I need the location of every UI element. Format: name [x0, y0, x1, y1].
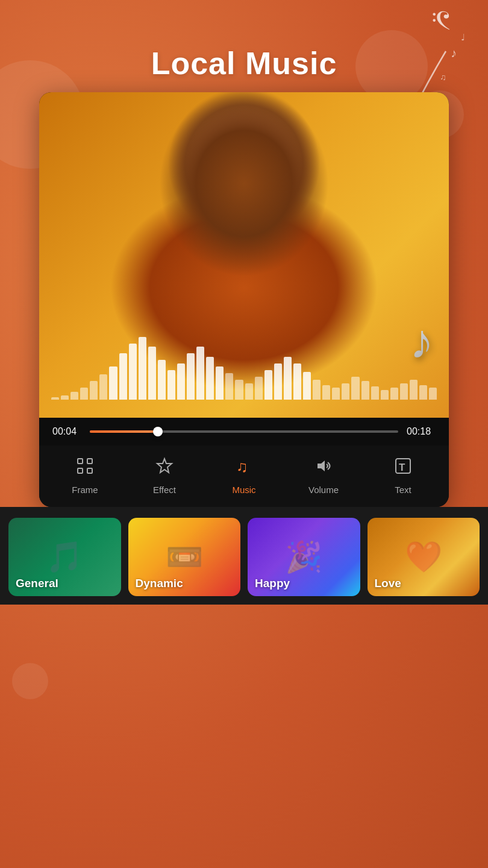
bg-blob-4: [12, 663, 48, 699]
waveform-display: [51, 327, 437, 400]
progress-track[interactable]: [90, 430, 398, 433]
progress-fill: [90, 430, 158, 433]
toolbar: Frame Effect ♫ Music: [39, 445, 449, 507]
wave-bar: [225, 373, 233, 400]
wave-bar: [429, 388, 437, 400]
progress-area[interactable]: 00:04 00:18: [39, 418, 449, 445]
wave-bar: [390, 388, 398, 400]
wave-bar: [410, 380, 418, 400]
effect-icon: [155, 456, 174, 480]
wave-bar: [70, 392, 78, 400]
wave-bar: [119, 353, 127, 400]
tool-volume[interactable]: Volume: [299, 456, 348, 495]
svg-marker-11: [318, 461, 325, 471]
wave-bar: [332, 388, 340, 400]
wave-bar: [206, 357, 214, 400]
category-general[interactable]: 🎵 General: [8, 518, 121, 596]
general-label-wrap: General: [16, 577, 114, 590]
svg-text:T: T: [399, 462, 405, 473]
wave-bar: [371, 386, 379, 400]
svg-rect-6: [87, 459, 92, 464]
wave-bar: [177, 363, 185, 400]
happy-label-wrap: Happy: [255, 577, 353, 590]
svg-rect-8: [87, 468, 92, 473]
wave-bar: [313, 380, 321, 400]
current-time: 00:04: [52, 426, 81, 437]
page-title: Local Music: [0, 0, 488, 81]
wave-bar: [109, 366, 117, 400]
love-label-wrap: Love: [375, 577, 473, 590]
love-label: Love: [375, 577, 401, 590]
category-happy[interactable]: 🎉 Happy: [248, 518, 360, 596]
volume-label: Volume: [308, 485, 339, 495]
wave-bar: [90, 381, 98, 400]
wave-bar: [284, 357, 292, 400]
floating-note-icon: ♪: [410, 314, 434, 370]
wave-bar: [61, 395, 69, 400]
category-dynamic[interactable]: 📼 Dynamic: [128, 518, 241, 596]
music-label: Music: [232, 485, 255, 495]
wave-bar: [351, 377, 359, 400]
text-label: Text: [395, 485, 411, 495]
frame-icon: [75, 456, 95, 480]
svg-marker-9: [157, 459, 172, 473]
svg-rect-5: [78, 459, 83, 464]
wave-bar: [361, 381, 369, 400]
wave-bar: [158, 360, 166, 400]
wave-bar: [400, 383, 408, 400]
wave-bar: [148, 347, 156, 400]
svg-text:♫: ♫: [236, 458, 248, 476]
wave-bar: [264, 370, 272, 400]
volume-icon: [314, 456, 333, 480]
wave-bar: [419, 385, 427, 400]
music-icon: ♫: [234, 456, 254, 480]
tool-music[interactable]: ♫ Music: [220, 456, 268, 495]
wave-bar: [381, 390, 389, 400]
wave-bar: [293, 363, 301, 400]
wave-bar: [51, 397, 59, 400]
text-icon: T: [393, 456, 413, 480]
wave-bar: [167, 370, 175, 400]
effect-label: Effect: [153, 485, 176, 495]
category-row: 🎵 General 📼 Dynamic 🎉 Happy ❤️ Love: [0, 507, 488, 605]
wave-bar: [303, 372, 311, 400]
dynamic-label-wrap: Dynamic: [136, 577, 234, 590]
progress-thumb[interactable]: [153, 427, 163, 436]
wave-bar: [245, 383, 253, 400]
tool-effect[interactable]: Effect: [140, 456, 189, 495]
happy-label: Happy: [255, 577, 290, 590]
wave-bar: [255, 377, 263, 400]
photo-area: ♪: [39, 92, 449, 418]
svg-rect-7: [78, 468, 83, 473]
wave-bar: [129, 344, 137, 400]
wave-bar: [187, 353, 195, 400]
wave-bar: [139, 337, 146, 400]
dynamic-label: Dynamic: [136, 577, 183, 590]
wave-bar: [216, 366, 224, 400]
total-time: 00:18: [407, 426, 436, 437]
wave-bar: [99, 374, 107, 400]
general-label: General: [16, 577, 58, 590]
main-card: ♪ 00:04 00:18 Frame: [39, 92, 449, 507]
frame-label: Frame: [72, 485, 98, 495]
wave-bar: [342, 383, 349, 400]
wave-bar: [322, 385, 330, 400]
tool-text[interactable]: T Text: [379, 456, 427, 495]
category-love[interactable]: ❤️ Love: [368, 518, 480, 596]
tool-frame[interactable]: Frame: [61, 456, 109, 495]
wave-bar: [196, 347, 204, 400]
wave-bar: [80, 388, 88, 400]
wave-bar: [235, 380, 243, 400]
wave-bar: [274, 363, 282, 400]
